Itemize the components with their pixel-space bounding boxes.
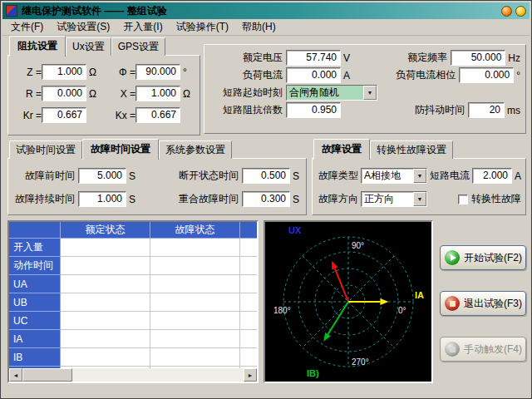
table-row: 动作时间 [9,257,257,275]
table-cell [61,275,150,293]
z-unit: Ω [89,66,99,78]
z-input[interactable]: 1.000 [42,64,86,80]
deg-90-label: 90° [352,241,364,250]
fault-direction-select[interactable]: 正方向 ▼ [361,191,427,207]
tab-fault-settings[interactable]: 故障设置 [313,139,370,160]
tab-convert-fault-settings[interactable]: 转换性故障设置 [370,140,453,159]
fault-type-select[interactable]: A相接地 ▼ [361,168,427,184]
deg-270-label: 270° [352,357,369,367]
rated-voltage-input[interactable]: 57.740 [286,50,341,66]
close-button[interactable] [515,6,526,17]
result-grid: 额定状态 故障状态 故障转换 开入量 动作时间 UA UB UC IA IB I… [9,222,257,368]
fault-settings-panel: 故障设置 转换性故障设置 故障类型 A相接地 ▼ 短路电流 2.000 A 故障… [312,142,526,215]
table-cell [150,348,240,367]
scroll-right-icon[interactable]: ► [244,368,257,382]
phi-input[interactable]: 90.000 [135,64,180,80]
dropdown-arrow-icon[interactable]: ▼ [413,192,426,206]
load-phase-label: 负荷电流相位 [386,68,456,82]
short-current-unit: A [515,170,521,182]
phasor-diagram: UX 90° 0° 180° 270° IA IB) [264,220,433,383]
convert-fault-checkbox[interactable] [458,195,468,204]
table-cell [61,239,150,257]
table-cell [150,275,240,293]
app-icon [6,5,17,17]
load-phase-input[interactable]: 0.000 [459,67,514,83]
row-header-ib: IB [9,348,61,367]
dropdown-arrow-icon[interactable]: ▼ [413,169,426,183]
prefault-time-unit: S [129,170,135,182]
fault-duration-label: 故障持续时间 [15,192,75,206]
scroll-left-icon[interactable]: ◄ [9,368,22,382]
time-tab-body: 故障前时间 5.000 S 断开状态时间 0.500 S 故障持续时间 1.00… [7,158,307,215]
title-bar: 继电保护测试软件 —— 整组试验 [2,2,530,19]
phasor-plot: UX 90° 0° 180° 270° IA IB) [265,222,431,382]
scrollbar-track[interactable] [72,368,244,382]
r-input[interactable]: 0.000 [42,86,86,101]
minimize-button[interactable] [501,6,512,17]
short-start-label: 短路起始时刻 [209,86,283,100]
load-phase-unit: ° [516,70,520,81]
short-start-select[interactable]: 合闸角随机 ▼ [286,85,377,101]
menu-item-help[interactable]: 帮助(H) [235,18,283,36]
fault-tabstrip: 故障设置 转换性故障设置 [312,142,526,159]
menu-item-test-settings[interactable]: 试验设置(S) [50,18,116,36]
load-current-input[interactable]: 0.000 [286,67,341,83]
convert-fault-label: 转换性故障 [471,192,521,206]
prefault-time-input[interactable]: 5.000 [78,168,126,184]
fault-duration-input[interactable]: 1.000 [78,191,126,207]
reclose-time-unit: S [293,194,299,205]
reclose-time-input[interactable]: 0.300 [242,191,290,207]
menu-bar: 文件(F) 试验设置(S) 开入量(I) 试验操作(T) 帮助(H) [2,19,530,36]
tab-test-time[interactable]: 试验时间设置 [9,140,82,159]
scrollbar-thumb[interactable] [22,368,72,382]
table-cell [240,275,257,293]
debounce-unit: ms [507,105,520,116]
exit-test-button[interactable]: 退出试验(F3) [440,291,526,316]
table-row: UC [9,312,257,330]
manual-trigger-button[interactable]: 手动触发(F4) [440,337,526,362]
menu-item-inputs[interactable]: 开入量(I) [116,18,169,36]
dropdown-arrow-icon[interactable]: ▼ [363,86,377,100]
impedance-settings-panel: 阻抗设置 Ux设置 GPS设置 Z = 1.000 Ω Φ = 90.000 °… [7,39,200,135]
menu-item-test-operation[interactable]: 试验操作(T) [170,18,235,36]
rated-values-panel: 额定电压 57.740 V 额定频率 50.000 Hz 负荷电流 0.000 … [204,44,526,134]
ia-axis-label: IA [415,290,424,300]
rated-freq-input[interactable]: 50.000 [451,50,505,66]
prefault-time-label: 故障前时间 [15,169,75,183]
deg-180-label: 180° [273,306,291,315]
app-window: 继电保护测试软件 —— 整组试验 文件(F) 试验设置(S) 开入量(I) 试验… [0,0,532,399]
load-current-label: 负荷电流 [209,68,283,82]
tab-fault-time[interactable]: 故障时间设置 [82,139,159,160]
fault-type-value: A相接地 [362,169,413,183]
rated-freq-label: 额定频率 [377,51,447,65]
kx-input[interactable]: 0.667 [135,107,180,123]
tab-gps-settings[interactable]: GPS设置 [111,37,165,56]
tab-impedance-settings[interactable]: 阻抗设置 [9,36,66,57]
fault-type-label: 故障类型 [317,169,358,183]
kr-input[interactable]: 0.667 [42,107,86,123]
time-settings-panel: 试验时间设置 故障时间设置 系统参数设置 故障前时间 5.000 S 断开状态时… [7,142,307,215]
x-label: X = [107,88,135,100]
fault-duration-unit: S [129,194,135,205]
table-cell [150,312,240,330]
short-multiple-label: 短路阻抗倍数 [209,103,283,117]
fault-direction-label: 故障方向 [317,192,358,206]
reclose-time-label: 重合故障时间 [169,192,239,206]
column-header-fault-convert: 故障转换 [240,222,257,239]
exit-test-label: 退出试验(F3) [464,297,522,311]
open-state-time-input[interactable]: 0.500 [242,168,290,184]
table-cell [61,330,150,348]
menu-item-file[interactable]: 文件(F) [4,18,50,36]
short-current-input[interactable]: 2.000 [472,168,512,184]
x-input[interactable]: 1.000 [135,86,180,101]
tab-system-params[interactable]: 系统参数设置 [159,140,232,159]
short-multiple-input[interactable]: 0.950 [286,102,341,118]
table-cell [240,312,257,330]
window-title: 继电保护测试软件 —— 整组试验 [22,4,498,18]
debounce-input[interactable]: 20 [468,102,505,118]
start-test-button[interactable]: 开始试验(F2) [440,245,526,270]
table-cell [61,257,150,275]
table-horizontal-scrollbar[interactable]: ◄ ► [9,368,257,382]
table-cell [240,239,257,257]
tab-ux-settings[interactable]: Ux设置 [66,37,111,56]
